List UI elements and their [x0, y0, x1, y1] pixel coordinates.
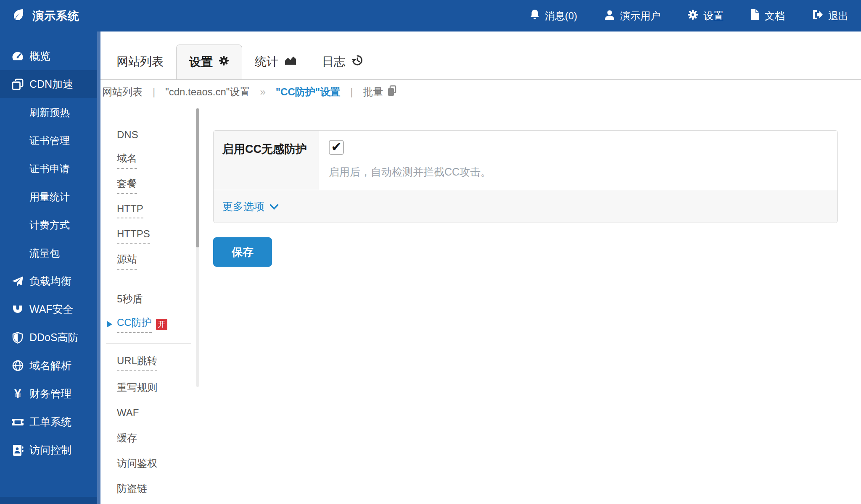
sidebar-scrollbar[interactable] [97, 32, 100, 504]
docs-label: 文档 [765, 9, 785, 23]
sidebar-item-label: 计费方式 [29, 218, 70, 232]
user-label: 演示用户 [620, 9, 660, 23]
paper-plane-icon [11, 275, 24, 288]
yen-icon: ¥ [11, 388, 24, 400]
topbar-menu: 消息(0) 演示用户 设置 文档 [530, 9, 848, 23]
cc-protection-checkbox[interactable]: ✔ [329, 140, 344, 155]
sidebar-item-label: 证书管理 [29, 134, 70, 147]
sidebar-item-cdn[interactable]: CDN加速 [0, 70, 100, 98]
subnav-item-cache[interactable]: 缓存 [117, 425, 196, 451]
enable-cc-description: 启用后，自动检测并拦截CC攻击。 [329, 165, 837, 179]
sidebar-item-label: 负载均衡 [29, 274, 71, 288]
subnav-item-5s-shield[interactable]: 5秒盾 [117, 286, 196, 312]
sidebar-item-finance[interactable]: ¥ 财务管理 [0, 380, 100, 408]
sidebar-item-overview[interactable]: 概览 [0, 42, 100, 70]
tab-statistics[interactable]: 统计 [242, 44, 309, 79]
subnav-scrollbar[interactable] [196, 108, 199, 387]
subnav-item-url-redirect[interactable]: URL跳转 [117, 350, 196, 375]
subnav-item-origin[interactable]: 源站 [117, 248, 196, 273]
sidebar: 概览 CDN加速 刷新预热 证书管理 证书申请 用量统计 计费方式 [0, 32, 100, 504]
tab-label: 网站列表 [116, 54, 164, 70]
batch-label: 批量 [363, 85, 383, 99]
tab-label: 统计 [255, 54, 278, 70]
batch-action[interactable]: 批量 [363, 85, 397, 99]
sidebar-item-cert-manage[interactable]: 证书管理 [0, 126, 100, 155]
sidebar-item-access-control[interactable]: 访问控制 [0, 436, 100, 464]
sidebar-item-label: 财务管理 [29, 387, 71, 401]
sidebar-item-tickets[interactable]: 工单系统 [0, 408, 100, 436]
save-button[interactable]: 保存 [213, 237, 272, 267]
clone-icon [11, 78, 24, 91]
topbar: 演示系统 消息(0) 演示用户 设置 [0, 0, 861, 32]
subnav-item-plan[interactable]: 套餐 [117, 173, 196, 198]
breadcrumb-separator: | [350, 86, 353, 98]
logout-menu-item[interactable]: 退出 [812, 9, 848, 23]
docs-menu-item[interactable]: 文档 [750, 9, 785, 23]
sidebar-item-label: 证书申请 [29, 162, 70, 176]
shield-icon [11, 331, 24, 344]
sidebar-item-dns-resolve[interactable]: 域名解析 [0, 352, 100, 380]
content-area: DNS 域名 套餐 HTTP HTTPS 源站 5秒盾 [100, 104, 861, 504]
subnav-divider [106, 280, 191, 280]
breadcrumb-cc-settings[interactable]: "CC防护"设置 [276, 85, 340, 99]
sidebar-item-label: CDN加速 [29, 77, 73, 91]
sidebar-item-ddos[interactable]: DDoS高防 [0, 323, 100, 352]
logout-label: 退出 [828, 9, 848, 23]
subnav-item-rewrite-rules[interactable]: 重写规则 [117, 375, 196, 400]
sidebar-item-label: DDoS高防 [29, 331, 79, 344]
subnav-item-http[interactable]: HTTP [117, 198, 196, 223]
sidebar-item-billing-method[interactable]: 计费方式 [0, 211, 100, 239]
subnav-item-access-auth[interactable]: 访问鉴权 [117, 451, 196, 476]
logout-icon [812, 9, 823, 23]
sidebar-item-refresh-prewarm[interactable]: 刷新预热 [0, 98, 100, 126]
globe-icon [11, 360, 24, 372]
subnav-item-waf[interactable]: WAF [117, 400, 196, 425]
subnav-item-https[interactable]: HTTPS [117, 223, 196, 248]
file-icon [750, 9, 760, 23]
settings-subnav: DNS 域名 套餐 HTTP HTTPS 源站 5秒盾 [100, 104, 196, 504]
subnav-divider [106, 343, 191, 344]
tab-logs[interactable]: 日志 [309, 44, 376, 79]
more-options-label: 更多选项 [222, 200, 264, 213]
id-card-icon [11, 444, 24, 457]
app-window: 演示系统 消息(0) 演示用户 设置 [0, 0, 861, 504]
subnav-item-cc-protection[interactable]: CC防护 开 [117, 312, 196, 337]
brand[interactable]: 演示系统 [11, 7, 79, 24]
copy-icon [387, 85, 397, 99]
magnet-icon [11, 303, 24, 316]
sidebar-item-cert-apply[interactable]: 证书申请 [0, 155, 100, 183]
breadcrumb-domain-settings[interactable]: "cdn.teaos.cn"设置 [165, 85, 250, 99]
sidebar-item-usage-stats[interactable]: 用量统计 [0, 183, 100, 211]
subnav-item-domain[interactable]: 域名 [117, 147, 196, 173]
user-icon [604, 9, 615, 23]
enable-cc-label: 启用CC无感防护 [214, 131, 319, 190]
more-options-toggle[interactable]: 更多选项 [214, 190, 837, 223]
tab-label: 设置 [189, 54, 213, 70]
cc-protection-panel: 启用CC无感防护 ✔ 启用后，自动检测并拦截CC攻击。 更多选项 [213, 130, 838, 223]
user-menu-item[interactable]: 演示用户 [604, 9, 660, 23]
messages-menu-item[interactable]: 消息(0) [530, 9, 577, 23]
subnav-item-hotlink-protection[interactable]: 防盗链 [117, 476, 196, 501]
subnav-item-dns[interactable]: DNS [117, 122, 196, 147]
main-area: 网站列表 设置 统计 日志 [100, 32, 861, 504]
settings-menu-item[interactable]: 设置 [687, 9, 724, 23]
sidebar-item-label: 流量包 [29, 247, 60, 260]
sidebar-item-load-balance[interactable]: 负载均衡 [0, 267, 100, 295]
breadcrumb-separator: | [153, 86, 155, 98]
sidebar-item-traffic-pack[interactable]: 流量包 [0, 239, 100, 267]
leaf-logo-icon [11, 7, 26, 24]
cc-on-badge: 开 [156, 319, 167, 330]
sidebar-item-label: 用量统计 [29, 190, 70, 204]
subnav-scrollbar-thumb[interactable] [196, 108, 199, 247]
enable-cc-value-cell: ✔ 启用后，自动检测并拦截CC攻击。 [319, 131, 837, 190]
enable-cc-row: 启用CC无感防护 ✔ 启用后，自动检测并拦截CC攻击。 [214, 131, 837, 190]
bell-icon [530, 9, 540, 23]
sidebar-item-waf[interactable]: WAF安全 [0, 295, 100, 323]
sidebar-item-label: 概览 [29, 49, 50, 63]
tab-site-list[interactable]: 网站列表 [104, 44, 176, 79]
breadcrumb-site-list[interactable]: 网站列表 [102, 85, 143, 99]
tab-settings[interactable]: 设置 [176, 45, 242, 80]
settings-label: 设置 [703, 9, 724, 23]
checkmark-icon: ✔ [331, 141, 341, 153]
sidebar-item-label: 工单系统 [29, 415, 71, 429]
